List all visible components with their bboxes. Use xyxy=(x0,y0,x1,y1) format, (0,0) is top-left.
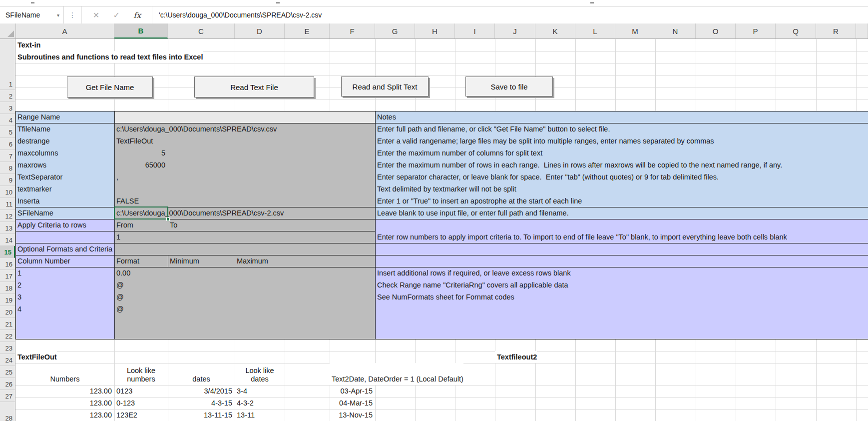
excel-window: SFileName ▾ ⋮ ✕ ✓ fx 'c:\Users\douga_000… xyxy=(0,0,868,421)
fill-handle[interactable] xyxy=(166,218,170,221)
selection-layer xyxy=(0,0,868,421)
read-and-split-text-button[interactable]: Read and Split Text xyxy=(341,76,429,96)
read-text-file-button[interactable]: Read Text File xyxy=(194,76,314,98)
get-file-name-button[interactable]: Get File Name xyxy=(67,76,153,98)
selected-cell-border[interactable] xyxy=(114,206,168,220)
save-to-file-button[interactable]: Save to file xyxy=(465,76,553,96)
